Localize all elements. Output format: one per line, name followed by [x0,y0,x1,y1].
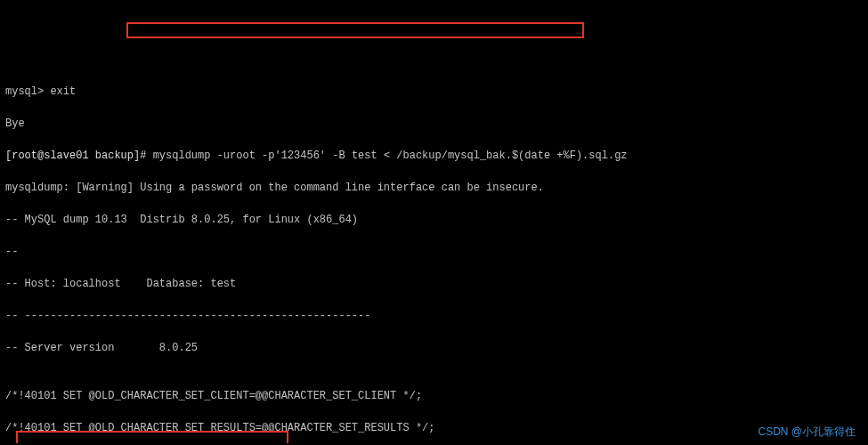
terminal-line: -- -------------------------------------… [5,308,863,324]
terminal-command-line: [root@slave01 backup]# mysqldump -uroot … [5,148,863,164]
watermark-text: CSDN @小孔靠得住 [752,408,856,440]
shell-prompt: [root@slave01 backup]# [5,150,153,162]
watermark-label: CSDN @小孔靠得住 [758,425,856,438]
terminal-line: -- Host: localhost Database: test [5,276,863,292]
terminal-line: Bye [5,116,863,132]
annotation-box-command [126,22,584,38]
command-text: mysqldump -uroot -p'123456' -B test < /b… [153,150,628,162]
terminal-line: mysqldump: [Warning] Using a password on… [5,180,863,196]
terminal-line: /*!40101 SET @OLD_CHARACTER_SET_CLIENT=@… [5,388,863,404]
terminal-line: -- MySQL dump 10.13 Distrib 8.0.25, for … [5,212,863,228]
terminal-line: /*!40101 SET @OLD_CHARACTER_SET_RESULTS=… [5,420,863,436]
terminal-output[interactable]: mysql> exit Bye [root@slave01 backup]# m… [5,68,863,445]
terminal-line: mysql> exit [5,84,863,100]
terminal-line: -- Server version 8.0.25 [5,340,863,356]
terminal-line: -- [5,244,863,260]
